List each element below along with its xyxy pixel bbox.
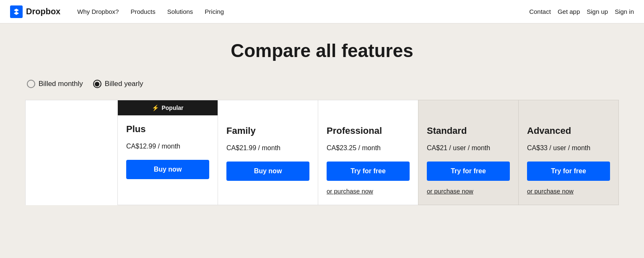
billing-yearly-label: Billed yearly: [105, 80, 143, 88]
nav-get-app[interactable]: Get app: [558, 8, 580, 15]
popular-badge-label: Popular: [161, 104, 183, 111]
page-title: Compare all features: [25, 40, 619, 61]
feature-label-col: [25, 100, 117, 205]
plan-family: Family CA$21.99 / month Buy now: [218, 100, 318, 205]
plan-plus: ⚡ Popular Plus CA$12.99 / month Buy now: [117, 100, 218, 205]
plan-advanced-name: Advanced: [527, 125, 610, 136]
navbar: Dropbox Why Dropbox? Products Solutions …: [0, 0, 644, 23]
plan-advanced-price: CA$33 / user / month: [527, 143, 610, 153]
plan-plus-name: Plus: [126, 124, 209, 135]
billing-monthly-radio[interactable]: [27, 80, 35, 88]
dropbox-logo-icon: [10, 5, 23, 18]
nav-right: Contact Get app Sign up Sign in: [529, 8, 634, 15]
plans-container: ⚡ Popular Plus CA$12.99 / month Buy now …: [25, 100, 619, 205]
nav-why-dropbox[interactable]: Why Dropbox?: [72, 5, 124, 18]
nav-products[interactable]: Products: [125, 5, 160, 18]
plan-professional: Professional CA$23.25 / month Try for fr…: [318, 100, 418, 205]
plan-professional-cta[interactable]: Try for free: [327, 162, 410, 181]
plan-advanced-purchase[interactable]: or purchase now: [527, 188, 610, 195]
plan-standard: Standard CA$21 / user / month Try for fr…: [418, 100, 518, 205]
plan-plus-price: CA$12.99 / month: [126, 141, 209, 151]
logo-text: Dropbox: [26, 7, 60, 16]
billing-toggle: Billed monthly Billed yearly: [25, 80, 619, 88]
nav-contact[interactable]: Contact: [529, 8, 551, 15]
plan-advanced: Advanced CA$33 / user / month Try for fr…: [518, 100, 619, 205]
nav-sign-in[interactable]: Sign in: [615, 8, 634, 15]
plan-standard-cta[interactable]: Try for free: [427, 162, 510, 181]
billing-monthly[interactable]: Billed monthly: [27, 80, 83, 88]
bolt-icon: ⚡: [152, 104, 159, 111]
billing-monthly-label: Billed monthly: [39, 80, 83, 88]
billing-yearly-radio[interactable]: [93, 80, 101, 88]
plan-advanced-cta[interactable]: Try for free: [527, 162, 610, 181]
plan-standard-name: Standard: [427, 125, 510, 136]
billing-yearly[interactable]: Billed yearly: [93, 80, 143, 88]
plan-professional-purchase[interactable]: or purchase now: [327, 188, 410, 195]
plan-family-price: CA$21.99 / month: [226, 143, 309, 153]
plan-professional-name: Professional: [327, 125, 410, 136]
plan-professional-price: CA$23.25 / month: [327, 143, 410, 153]
nav-sign-up[interactable]: Sign up: [587, 8, 608, 15]
nav-pricing[interactable]: Pricing: [200, 5, 229, 18]
logo[interactable]: Dropbox: [10, 5, 60, 18]
plan-standard-price: CA$21 / user / month: [427, 143, 510, 153]
plan-family-name: Family: [226, 125, 309, 136]
plan-standard-purchase[interactable]: or purchase now: [427, 188, 510, 195]
plan-plus-cta[interactable]: Buy now: [126, 160, 209, 179]
nav-links: Why Dropbox? Products Solutions Pricing: [72, 5, 529, 18]
plan-family-cta[interactable]: Buy now: [226, 162, 309, 181]
popular-badge: ⚡ Popular: [118, 100, 218, 115]
nav-solutions[interactable]: Solutions: [162, 5, 198, 18]
main-content: Compare all features Billed monthly Bill…: [0, 23, 644, 205]
